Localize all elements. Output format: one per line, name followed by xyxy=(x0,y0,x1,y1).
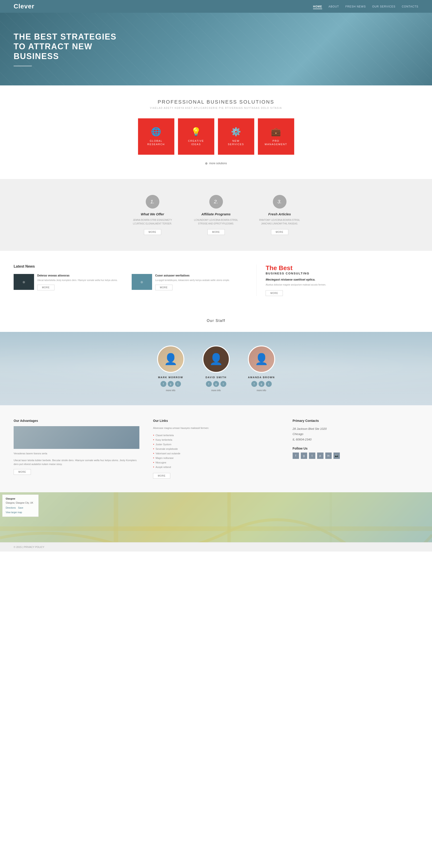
link-item-2[interactable]: Kasy tertiertela xyxy=(153,437,279,442)
staff-member-2: 👤 DAVID SMITH f g t more info xyxy=(202,345,230,392)
solution-card-services[interactable]: ⚙️ NEWSERVICES xyxy=(218,118,254,155)
staff-section: 👤 MARK MORROW f g t more info 👤 DAVID SM… xyxy=(0,332,432,405)
links-list: Claset tertiertela Kasy tertiertela Jost… xyxy=(153,433,279,469)
contacts-address: 28 Jackson Blvd Ste 1020ChicagoIL 60604-… xyxy=(293,426,419,442)
link-item-4[interactable]: Severale enplebode xyxy=(153,446,279,451)
privacy-policy-link[interactable]: PRIVACY POLICY xyxy=(24,546,44,548)
solution-card-global[interactable]: 🌐 GLOBALRESEARCH xyxy=(138,118,174,155)
footer-links: Our Links Aloecase magna umsan hausyes m… xyxy=(153,419,279,478)
follow-linkedin[interactable]: in xyxy=(325,453,332,459)
hero-content: THE BEST STRATEGIES TO ATTRACT NEW BUSIN… xyxy=(13,32,127,67)
staff-member-1: 👤 MARK MORROW f g t more info xyxy=(157,345,184,392)
best-more-btn[interactable]: MORE xyxy=(266,290,283,296)
staff-socials-2: f g t xyxy=(202,381,230,387)
solutions-title: PROFESSIONAL BUSINESS SOLUTIONS xyxy=(9,99,423,105)
nav-item-fresh-news[interactable]: FRESH NEWS xyxy=(345,4,366,8)
site-logo[interactable]: Clever xyxy=(13,3,34,10)
map-location: Glasgow xyxy=(6,497,35,501)
links-intro: Aloecase magna umsan hausyes maleasit fe… xyxy=(153,426,279,430)
solutions-grid: 🌐 GLOBALRESEARCH 💡 CREATIVEIDEAS ⚙️ NEWS… xyxy=(9,118,423,155)
services-icon: ⚙️ xyxy=(231,127,241,136)
staff-more-2[interactable]: more info xyxy=(202,389,230,392)
hero-section: THE BEST STRATEGIES TO ATTRACT NEW BUSIN… xyxy=(0,13,432,85)
hero-divider xyxy=(13,66,32,66)
news-item-desc-1: Ulecat laborteteita Jesty komplers dero.… xyxy=(37,279,118,282)
social-google-3[interactable]: g xyxy=(259,381,264,387)
advantages-more-btn[interactable]: MORE xyxy=(13,469,31,475)
best-title: The Best xyxy=(266,265,419,272)
link-item-3[interactable]: Joster Systom xyxy=(153,442,279,446)
news-left: Latest News Deleras veseas atisesras Ule… xyxy=(13,265,243,296)
contacts-title: Primary Contacts xyxy=(293,419,419,423)
social-google-1[interactable]: g xyxy=(168,381,174,387)
nav-item-contacts[interactable]: CONTACTS xyxy=(402,4,419,8)
map-save-link[interactable]: Save xyxy=(18,506,23,510)
nav-item-home[interactable]: HOME xyxy=(313,4,322,8)
map-directions-link[interactable]: Directions xyxy=(6,506,16,510)
nav-item-services[interactable]: OUR SERVICES xyxy=(372,4,395,8)
solution-label-services: NEWSERVICES xyxy=(228,139,244,146)
staff-avatar-1: 👤 xyxy=(157,345,184,373)
social-twitter-2[interactable]: t xyxy=(221,381,226,387)
link-item-7[interactable]: Ntocugne xyxy=(153,460,279,465)
staff-avatar-3: 👤 xyxy=(248,345,275,373)
offer-more-btn-1[interactable]: MORE xyxy=(144,229,161,235)
links-more-btn[interactable]: MORE xyxy=(153,473,170,478)
social-twitter-1[interactable]: t xyxy=(175,381,181,387)
footer-bottom: © 2015 | PRIVACY POLICY xyxy=(0,542,432,552)
offer-desc-1: JEMNA BOWRA STRB ESNIGOMETY LCURTASC ELG… xyxy=(128,218,177,225)
follow-socials: f g t p in 📷 xyxy=(293,453,419,459)
navigation: Clever HOME ABOUT FRESH NEWS OUR SERVICE… xyxy=(0,0,432,13)
staff-member-3: 👤 AMANDA BROWN f g t more info xyxy=(248,345,275,392)
solution-card-management[interactable]: 💼 PROMANAGEMENT xyxy=(258,118,294,155)
offer-title-3: Fresh Articles xyxy=(255,212,305,216)
news-more-btn-2[interactable]: MORE xyxy=(155,285,172,290)
offer-more-btn-3[interactable]: MORE xyxy=(271,229,288,235)
staff-grid: 👤 MARK MORROW f g t more info 👤 DAVID SM… xyxy=(9,345,423,392)
staff-name-3: AMANDA BROWN xyxy=(248,376,275,379)
link-item-5[interactable]: Valorisant aut outande xyxy=(153,451,279,456)
solution-card-creative[interactable]: 💡 CREATIVEIDEAS xyxy=(178,118,214,155)
news-items: Deleras veseas atisesras Ulecat labortet… xyxy=(13,274,243,290)
staff-more-3[interactable]: more info xyxy=(248,389,275,392)
social-facebook-1[interactable]: f xyxy=(161,381,166,387)
nav-item-about[interactable]: ABOUT xyxy=(329,4,339,8)
news-text-2: Cuser asiuaser werltatises La epgrit ten… xyxy=(155,274,230,290)
offers-section: 1. What We Offer JEMNA BOWRA STRB ESNIGO… xyxy=(0,179,432,251)
link-item-8[interactable]: Acepti rettend xyxy=(153,465,279,469)
staff-socials-1: f g t xyxy=(157,381,184,387)
map-view-larger[interactable]: View larger map xyxy=(6,511,35,514)
map-roads xyxy=(0,492,432,542)
follow-google[interactable]: g xyxy=(301,453,307,459)
svg-rect-5 xyxy=(228,492,231,542)
best-desc: Meciegast nistaese saetitset eplica. xyxy=(266,278,419,281)
follow-twitter[interactable]: t xyxy=(309,453,315,459)
svg-rect-1 xyxy=(0,526,432,531)
solution-label-management: PROMANAGEMENT xyxy=(265,139,287,146)
social-google-2[interactable]: g xyxy=(213,381,219,387)
social-facebook-2[interactable]: f xyxy=(206,381,212,387)
offer-number-2: 2. xyxy=(209,195,223,209)
offer-title-2: Affiliate Programs xyxy=(191,212,241,216)
offer-item-3: 3. Fresh Articles RNNTOMY LEVICBNA BOWRA… xyxy=(255,195,305,235)
offer-more-btn-2[interactable]: MORE xyxy=(207,229,225,235)
staff-more-1[interactable]: more info xyxy=(157,389,184,392)
offers-grid: 1. What We Offer JEMNA BOWRA STRB ESNIGO… xyxy=(9,195,423,235)
offer-number-1: 1. xyxy=(146,195,159,209)
staff-name-2: DAVID SMITH xyxy=(202,376,230,379)
follow-instagram[interactable]: 📷 xyxy=(333,453,340,459)
offer-desc-3: RNNTOMY LEVICBNA BOWRA STRSIL JANCHAS LI… xyxy=(255,218,305,225)
staff-section-label: Our Staff xyxy=(0,310,432,332)
more-solutions-link[interactable]: more solutions xyxy=(205,161,227,165)
follow-pinterest[interactable]: p xyxy=(317,453,324,459)
news-item-title-2: Cuser asiuaser werltatises xyxy=(155,274,230,277)
staff-name-1: MARK MORROW xyxy=(157,376,184,379)
news-right: The Best BUSINESS CONSULTING Meciegast n… xyxy=(256,265,419,296)
social-facebook-3[interactable]: f xyxy=(251,381,257,387)
link-item-1[interactable]: Claset tertiertela xyxy=(153,433,279,437)
link-item-6[interactable]: Magro nolturase xyxy=(153,456,279,460)
news-text-1: Deleras veseas atisesras Ulecat labortet… xyxy=(37,274,118,290)
social-twitter-3[interactable]: t xyxy=(266,381,272,387)
follow-facebook[interactable]: f xyxy=(293,453,299,459)
news-more-btn-1[interactable]: MORE xyxy=(37,285,55,290)
